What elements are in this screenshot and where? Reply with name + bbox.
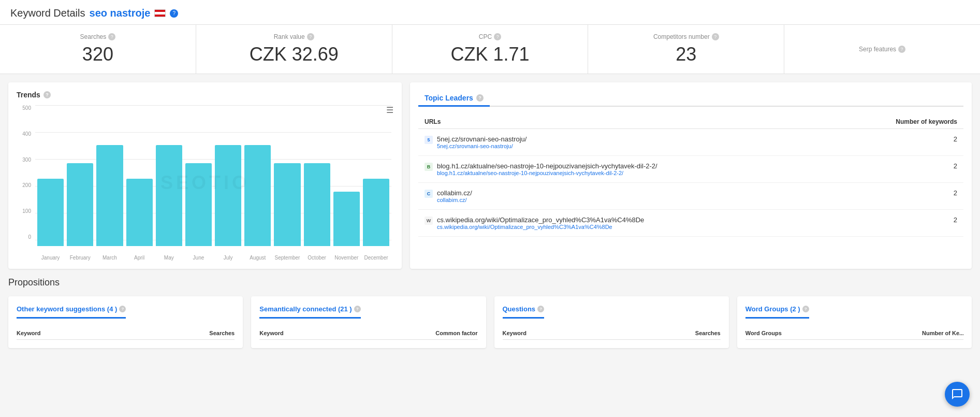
x-label-2: March (96, 255, 123, 261)
chart-bar-8 (274, 163, 300, 246)
stat-cpc-label: CPC ? (403, 33, 578, 40)
page-header: Keyword Details seo nastroje ? (0, 0, 980, 25)
col-common-2: Common factor (426, 330, 478, 336)
chart-menu-icon[interactable]: ☰ (386, 105, 393, 115)
cpc-info[interactable]: ? (494, 33, 501, 40)
stat-searches-label: Searches ? (10, 33, 185, 40)
chart-bar-3 (126, 179, 153, 246)
chart-bar-4 (156, 145, 182, 246)
keyword-count-4: 2 (885, 216, 957, 224)
rank-info[interactable]: ? (307, 33, 314, 40)
x-label-9: October (304, 255, 330, 261)
chart-bar-2 (96, 145, 123, 246)
url-main-3[interactable]: collabim.cz/ (437, 189, 472, 197)
questions-info[interactable]: ? (537, 306, 544, 312)
prop-tab-wordgroups[interactable]: Word Groups (2 ) ? (745, 305, 809, 319)
suggestions-info[interactable]: ? (119, 306, 126, 312)
col-wordgroups-4: Word Groups (745, 330, 922, 336)
prop-card-semantic: Semantically connected (21 ) ? Keyword C… (251, 296, 486, 348)
prop-table-header-4: Word Groups Number of Ke... (745, 327, 963, 340)
url-cell-3: C collabim.cz/ collabim.cz/ (425, 189, 885, 203)
competitors-info[interactable]: ? (712, 33, 719, 40)
chart-bar-1 (67, 163, 93, 246)
y-label-400: 400 (22, 131, 31, 137)
url-sub-3[interactable]: collabim.cz/ (437, 197, 472, 203)
chart-bar-9 (304, 163, 330, 246)
prop-table-header-1: Keyword Searches (17, 327, 235, 340)
x-label-10: November (333, 255, 360, 261)
chart-bar-5 (185, 163, 212, 246)
stat-cpc: CPC ? CZK 1.71 (392, 25, 589, 74)
chart-bar-7 (244, 145, 271, 246)
x-label-4: May (156, 255, 182, 261)
trends-info[interactable]: ? (43, 91, 51, 98)
url-cell-1: 5 5nej.cz/srovnani-seo-nastroju/ 5nej.cz… (425, 135, 885, 149)
url-cell-4: W cs.wikipedia.org/wiki/Optimalizace_pro… (425, 216, 885, 230)
trends-panel: Trends ? ☰ 500 400 300 200 100 0 (8, 82, 402, 269)
info-icon[interactable]: ? (170, 9, 178, 18)
x-label-5: June (185, 255, 212, 261)
keyword-count-2: 2 (885, 162, 957, 170)
prop-card-wordgroups: Word Groups (2 ) ? Word Groups Number of… (737, 296, 972, 348)
stat-rank-value: CZK 32.69 (207, 44, 382, 65)
site-icon-blog: B (425, 163, 433, 171)
y-label-500: 500 (22, 105, 31, 111)
stat-cpc-value: CZK 1.71 (403, 44, 578, 65)
wordgroups-info[interactable]: ? (802, 306, 809, 312)
chart-container: 500 400 300 200 100 0 SEOTIO (17, 105, 393, 261)
site-icon-collabim: C (425, 190, 433, 198)
propositions-title: Propositions (8, 277, 972, 288)
stat-searches-value: 320 (10, 44, 185, 65)
main-content: Trends ? ☰ 500 400 300 200 100 0 (0, 74, 980, 277)
stat-serp-label: Serp features (859, 46, 896, 53)
flag-icon (154, 9, 166, 17)
serp-info[interactable]: ? (898, 46, 905, 53)
url-cell-2: B blog.h1.cz/aktualne/seo-nastroje-10-ne… (425, 162, 885, 176)
url-sub-4[interactable]: cs.wikipedia.org/wiki/Optimalizace_pro_v… (437, 224, 644, 230)
url-sub-1[interactable]: 5nej.cz/srovnani-seo-nastroju/ (437, 143, 526, 149)
col-numkw-4: Number of Ke... (922, 330, 963, 336)
keyword-count-1: 2 (885, 135, 957, 143)
topic-row-3: C collabim.cz/ collabim.cz/ 2 (418, 183, 963, 210)
chart-bar-0 (37, 179, 64, 246)
site-icon-wiki: W (425, 217, 433, 225)
x-label-6: July (215, 255, 241, 261)
url-sub-2[interactable]: blog.h1.cz/aktualne/seo-nastroje-10-nejp… (437, 170, 657, 176)
topic-leaders-panel: Topic Leaders ? URLs Number of keywords … (410, 82, 972, 269)
prop-card-questions: Questions ? Keyword Searches (494, 296, 729, 348)
chart-bar-6 (215, 145, 241, 246)
stat-competitors: Competitors number ? 23 (588, 25, 784, 74)
prop-tab-questions[interactable]: Questions ? (503, 305, 545, 319)
x-label-11: December (363, 255, 389, 261)
tab-bar: Topic Leaders ? (418, 91, 963, 107)
propositions-section: Propositions Other keyword suggestions (… (0, 277, 980, 356)
prop-tab-semantic[interactable]: Semantically connected (21 ) ? (259, 305, 360, 319)
stat-rank: Rank value ? CZK 32.69 (196, 25, 392, 74)
topic-leaders-info[interactable]: ? (476, 94, 484, 102)
x-label-8: September (274, 255, 300, 261)
stat-rank-label: Rank value ? (207, 33, 382, 40)
topic-table-header: URLs Number of keywords (418, 115, 963, 129)
col-keywords-header: Number of keywords (885, 118, 957, 125)
prop-tab-suggestions[interactable]: Other keyword suggestions (4 ) ? (17, 305, 126, 319)
stat-serp: Serp features ? (784, 25, 980, 74)
url-main-4[interactable]: cs.wikipedia.org/wiki/Optimalizace_pro_v… (437, 216, 644, 224)
y-label-200: 200 (22, 182, 31, 188)
y-label-0: 0 (28, 234, 31, 240)
url-main-2[interactable]: blog.h1.cz/aktualne/seo-nastroje-10-nejp… (437, 162, 657, 170)
keyword-title: seo nastroje (90, 7, 151, 19)
x-label-7: August (244, 255, 271, 261)
x-label-3: April (126, 255, 153, 261)
stats-row: Searches ? 320 Rank value ? CZK 32.69 CP… (0, 25, 980, 74)
topic-row-2: B blog.h1.cz/aktualne/seo-nastroje-10-ne… (418, 156, 963, 183)
searches-info[interactable]: ? (108, 33, 115, 40)
stat-competitors-label: Competitors number ? (598, 33, 773, 40)
y-label-300: 300 (22, 157, 31, 163)
semantic-info[interactable]: ? (354, 306, 361, 312)
chart-bars (35, 105, 391, 246)
col-urls-header: URLs (425, 118, 885, 125)
tab-topic-leaders[interactable]: Topic Leaders ? (418, 91, 490, 107)
url-main-1[interactable]: 5nej.cz/srovnani-seo-nastroju/ (437, 135, 526, 143)
y-label-100: 100 (22, 208, 31, 214)
prop-table-header-2: Keyword Common factor (259, 327, 477, 340)
